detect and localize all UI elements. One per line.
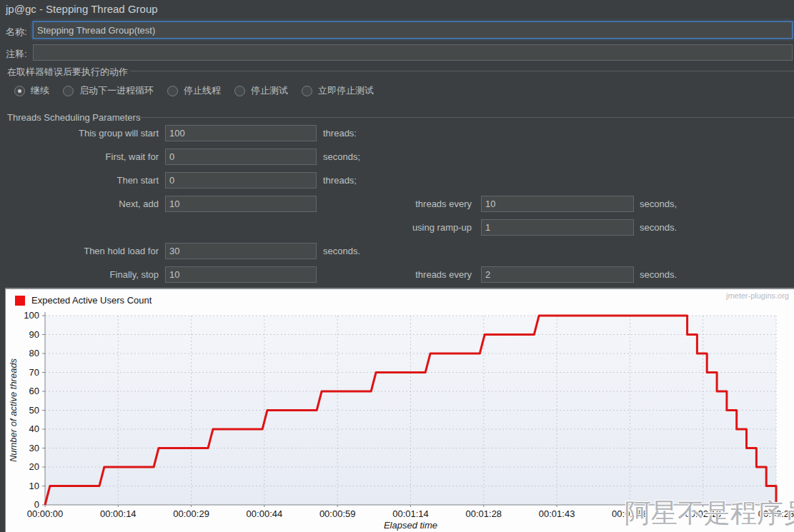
stepping-thread-group-window: { "window": { "title": "jp@gc - Stepping… xyxy=(0,0,794,532)
row-hold-load: Then hold load for seconds. xyxy=(0,243,794,260)
field-label: threads every xyxy=(415,269,472,280)
svg-text:00:00:29: 00:00:29 xyxy=(173,508,209,519)
svg-text:Elapsed time: Elapsed time xyxy=(384,520,437,531)
hold-load-input[interactable] xyxy=(165,243,317,259)
field-label: Next, add xyxy=(119,199,159,209)
radio-label: 停止测试 xyxy=(251,84,288,97)
comment-label: 注释: xyxy=(6,48,27,61)
svg-text:60: 60 xyxy=(29,386,39,396)
radio-start-next-loop[interactable]: 启动下一进程循环 xyxy=(63,84,154,97)
svg-text:Number of active threads: Number of active threads xyxy=(8,358,19,462)
svg-text:00:01:43: 00:01:43 xyxy=(539,508,575,519)
svg-text:00:00:00: 00:00:00 xyxy=(27,508,64,519)
svg-text:90: 90 xyxy=(29,329,39,340)
row-first-wait: First, wait for seconds; xyxy=(0,149,794,166)
error-action-divider xyxy=(130,71,794,71)
radio-button-icon[interactable] xyxy=(234,86,245,96)
jmeter-plugins-watermark: jmeter-plugins.org xyxy=(726,291,789,300)
field-label: This group will start xyxy=(79,128,159,139)
legend-color-swatch xyxy=(15,296,25,306)
radio-stop-thread[interactable]: 停止线程 xyxy=(167,84,221,97)
radio-label: 继续 xyxy=(31,84,49,97)
scheduling-title: Threads Scheduling Parameters xyxy=(7,112,140,123)
svg-text:100: 100 xyxy=(24,310,39,321)
radio-stop-test[interactable]: 停止测试 xyxy=(234,84,288,97)
legend-label: Expected Active Users Count xyxy=(31,295,152,306)
svg-text:00:00:59: 00:00:59 xyxy=(319,508,356,519)
row-group-will-start: This group will start threads: xyxy=(0,125,794,142)
radio-continue[interactable]: 继续 xyxy=(14,84,49,97)
radio-label: 停止线程 xyxy=(184,84,221,97)
svg-text:00:00:44: 00:00:44 xyxy=(247,508,283,519)
row-then-start: Then start threads; xyxy=(0,172,794,189)
svg-text:40: 40 xyxy=(29,423,39,434)
expected-users-chart-panel: Expected Active Users Count jmeter-plugi… xyxy=(5,288,794,532)
name-label: 名称: xyxy=(6,26,27,39)
svg-text:10: 10 xyxy=(29,481,39,491)
svg-text:00:01:28: 00:01:28 xyxy=(465,508,502,519)
group-will-start-input[interactable] xyxy=(165,125,317,141)
name-input[interactable] xyxy=(33,21,793,39)
field-label: Finally, stop xyxy=(110,269,159,280)
radio-button-icon[interactable] xyxy=(14,86,25,96)
page-title: jp@gc - Stepping Thread Group xyxy=(6,3,158,15)
radio-stop-test-now[interactable]: 立即停止测试 xyxy=(302,84,374,97)
row-next-add: Next, add threads every seconds, xyxy=(0,196,794,213)
comment-input[interactable] xyxy=(33,44,793,61)
radio-button-icon[interactable] xyxy=(63,86,74,96)
field-suffix: threads: xyxy=(323,128,357,139)
field-suffix: seconds. xyxy=(640,222,677,233)
field-label: using ramp-up xyxy=(412,222,472,233)
field-suffix: seconds. xyxy=(323,246,360,256)
scheduling-divider xyxy=(137,117,794,118)
svg-text:80: 80 xyxy=(29,348,39,358)
svg-text:00:01:14: 00:01:14 xyxy=(392,508,429,519)
next-add-input[interactable] xyxy=(165,196,317,212)
radio-label: 立即停止测试 xyxy=(318,84,374,97)
error-action-radio-group: 继续 启动下一进程循环 停止线程 停止测试 立即停止测试 xyxy=(14,84,374,97)
first-wait-input[interactable] xyxy=(165,149,317,165)
field-label: threads every xyxy=(415,199,472,209)
field-suffix: seconds. xyxy=(640,269,677,280)
error-action-title: 在取样器错误后要执行的动作 xyxy=(7,66,128,79)
ramp-up-input[interactable] xyxy=(481,219,634,236)
svg-text:20: 20 xyxy=(29,461,39,472)
field-suffix: seconds; xyxy=(323,151,360,162)
field-label: Then hold load for xyxy=(84,246,159,256)
stop-threads-every-input[interactable] xyxy=(481,266,634,283)
svg-text:50: 50 xyxy=(29,405,39,416)
svg-text:00:00:14: 00:00:14 xyxy=(100,508,137,519)
chart-legend: Expected Active Users Count xyxy=(15,295,152,306)
field-label: First, wait for xyxy=(106,151,159,162)
then-start-input[interactable] xyxy=(165,172,317,189)
svg-text:30: 30 xyxy=(29,443,39,453)
axing-watermark: 阿星不是程序员 xyxy=(625,496,794,531)
radio-button-icon[interactable] xyxy=(302,86,312,96)
row-ramp-up: using ramp-up seconds. xyxy=(0,219,794,236)
field-label: Then start xyxy=(116,175,159,186)
add-threads-every-input[interactable] xyxy=(481,196,634,212)
finally-stop-input[interactable] xyxy=(165,266,317,283)
field-suffix: threads; xyxy=(323,175,357,186)
radio-label: 启动下一进程循环 xyxy=(79,84,154,97)
row-finally-stop: Finally, stop threads every seconds. xyxy=(0,266,794,283)
svg-text:70: 70 xyxy=(29,367,39,378)
field-suffix: seconds, xyxy=(640,199,677,209)
radio-button-icon[interactable] xyxy=(167,86,178,96)
